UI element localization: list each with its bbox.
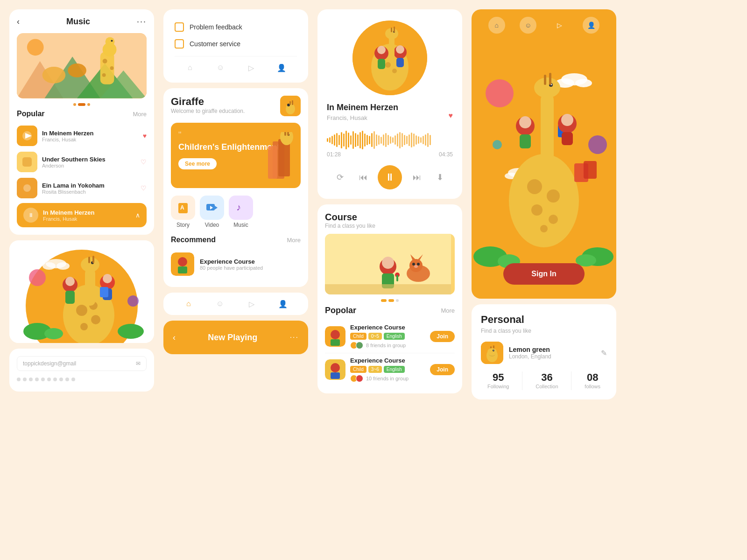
dot-1: [381, 299, 387, 302]
waveform-bar: [420, 137, 422, 143]
recommend-item[interactable]: Experience Course 80 people have partici…: [171, 249, 301, 280]
recommend-more[interactable]: More: [287, 237, 301, 244]
download-button[interactable]: ⬇: [431, 169, 448, 186]
menu-item-service[interactable]: Customer service: [175, 35, 297, 52]
email-field[interactable]: toppickdesign@gmail ✉: [17, 356, 147, 371]
play-nav-icon[interactable]: ▷: [246, 298, 257, 309]
waveform-bar: [381, 137, 382, 144]
menu-card: Problem feedback Customer service ⌂ ☺ ▷ …: [163, 9, 308, 83]
song-item[interactable]: Ein Lama in Yokoham Rosita Blissenbach ♡: [17, 175, 147, 201]
tag-english: English: [384, 333, 405, 340]
person-nav-icon[interactable]: 👤: [277, 298, 289, 309]
popular-more-link[interactable]: More: [441, 307, 455, 314]
email-icon: ✉: [136, 360, 141, 367]
svg-point-147: [487, 348, 497, 356]
category-music[interactable]: ♪ Music: [229, 196, 253, 228]
person-top-icon[interactable]: 👤: [583, 17, 599, 34]
page-title: Music: [66, 17, 90, 27]
course-item-info: Experience Course Child 3~6 English 10 f…: [350, 357, 425, 382]
repeat-button[interactable]: ⟳: [331, 169, 348, 186]
waveform-bar: [369, 136, 370, 144]
following-label: Following: [487, 384, 509, 389]
play-icon[interactable]: ▷: [246, 62, 257, 73]
email-value: toppickdesign@gmail: [23, 360, 76, 367]
heart-icon[interactable]: ♡: [141, 158, 147, 166]
face-top-icon[interactable]: ☺: [520, 17, 536, 34]
face-icon[interactable]: ☺: [215, 62, 226, 73]
song-title: Under Southern Skies: [42, 156, 136, 163]
face-nav-icon[interactable]: ☺: [214, 298, 226, 309]
splash-card: ⌂ ☺ ▷ 👤: [472, 9, 616, 299]
edit-profile-button[interactable]: ✎: [601, 349, 607, 357]
svg-point-119: [531, 204, 543, 216]
svg-point-26: [76, 305, 87, 316]
waveform-bar: [348, 133, 349, 147]
song-title: Ein Lama in Yokoham: [42, 182, 136, 189]
pause-button[interactable]: ⏸: [23, 208, 38, 223]
favorite-button[interactable]: ♥: [449, 112, 453, 120]
dot-2: [78, 103, 85, 106]
player-song-info: In Meinem Herzen Francis, Husak: [327, 103, 398, 129]
previous-button[interactable]: ⏮: [355, 169, 372, 186]
course-thumb-art: [325, 326, 345, 347]
next-button[interactable]: ⏭: [409, 169, 425, 186]
chevron-up-icon[interactable]: ∧: [135, 211, 140, 219]
home-icon[interactable]: ⌂: [184, 62, 196, 73]
giraffe-badge: [280, 96, 301, 116]
story-icon-box: A: [171, 196, 195, 220]
category-video[interactable]: Video: [200, 196, 224, 228]
course-list-item[interactable]: Experience Course Child 3~6 English 10 f…: [325, 353, 455, 386]
giraffe-app-subtitle: Welcome to giraffe education.: [171, 108, 245, 114]
dot: [17, 378, 21, 381]
tag-age: 0~5: [368, 333, 382, 340]
menu-item-feedback[interactable]: Problem feedback: [175, 19, 297, 35]
waveform: [327, 131, 453, 149]
course-item-title: Experience Course: [350, 357, 425, 364]
svg-point-15: [111, 40, 113, 42]
home-nav-icon[interactable]: ⌂: [183, 298, 194, 309]
song-item[interactable]: In Meinem Herzen Francis, Husak ♥: [17, 123, 147, 149]
back-button[interactable]: ‹: [17, 17, 20, 27]
join-button[interactable]: Join: [430, 364, 455, 375]
stats-divider: [571, 371, 571, 390]
svg-point-38: [65, 277, 75, 286]
np-title: In Meinem Herzen: [43, 209, 131, 216]
category-story[interactable]: A Story: [171, 196, 195, 228]
svg-point-86: [392, 69, 397, 73]
svg-point-27: [91, 315, 100, 324]
new-playing-back[interactable]: ‹: [173, 333, 176, 343]
waveform-bar: [385, 133, 387, 147]
heart-icon[interactable]: ♥: [143, 132, 147, 140]
now-playing-bar[interactable]: ⏸ In Meinem Herzen Francis, Husak ∧: [17, 203, 147, 227]
user-avatar: [481, 342, 503, 364]
time-row: 01:28 04:35: [327, 151, 453, 158]
popular-section-title: Popolar: [325, 306, 356, 315]
song-item[interactable]: Under Southern Skies Anderson ♡: [17, 149, 147, 175]
svg-rect-41: [100, 287, 108, 297]
new-playing-menu[interactable]: ···: [290, 333, 299, 342]
join-button[interactable]: Join: [430, 331, 455, 342]
sign-in-button[interactable]: Sign In: [503, 263, 584, 285]
song-art: [17, 178, 37, 198]
menu-button[interactable]: ···: [137, 17, 147, 27]
play-top-icon[interactable]: ▷: [551, 17, 568, 34]
giraffe-app-title: Giraffe: [171, 96, 245, 108]
course-list-item[interactable]: Experience Course Child 0~5 English 8 fr…: [325, 320, 455, 353]
waveform-bar: [366, 135, 368, 145]
heart-icon[interactable]: ♡: [141, 184, 147, 192]
svg-rect-20: [22, 157, 32, 167]
home-top-icon[interactable]: ⌂: [488, 17, 505, 34]
svg-point-93: [417, 263, 420, 266]
pause-button[interactable]: ⏸: [378, 165, 402, 189]
svg-rect-37: [65, 291, 75, 304]
panel-giraffe-app: Problem feedback Customer service ⌂ ☺ ▷ …: [163, 9, 308, 551]
svg-rect-30: [85, 268, 95, 306]
video-label: Video: [205, 222, 219, 228]
music-banner: [17, 33, 147, 98]
popular-more-link[interactable]: More: [133, 111, 147, 118]
tags-row: Child 0~5 English: [350, 333, 425, 340]
svg-point-79: [396, 45, 404, 54]
svg-rect-106: [331, 372, 340, 379]
see-more-button[interactable]: See more: [178, 158, 217, 169]
person-icon[interactable]: 👤: [276, 62, 287, 73]
